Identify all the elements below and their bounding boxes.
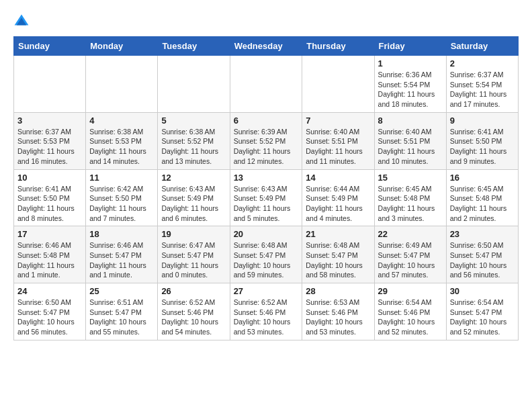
day-number: 26 xyxy=(161,286,226,296)
day-info: Sunrise: 6:53 AMSunset: 5:46 PMDaylight:… xyxy=(306,298,370,337)
day-number: 6 xyxy=(234,116,299,126)
day-number: 21 xyxy=(306,229,370,239)
day-info: Sunrise: 6:37 AMSunset: 5:54 PMDaylight:… xyxy=(450,70,515,109)
day-number: 18 xyxy=(89,229,154,239)
day-info: Sunrise: 6:41 AMSunset: 5:50 PMDaylight:… xyxy=(450,127,515,167)
calendar-cell: 7Sunrise: 6:40 AMSunset: 5:51 PMDaylight… xyxy=(302,112,374,169)
day-info: Sunrise: 6:44 AMSunset: 5:49 PMDaylight:… xyxy=(306,184,370,224)
day-number: 23 xyxy=(450,229,515,239)
week-row-2: 3Sunrise: 6:37 AMSunset: 5:53 PMDaylight… xyxy=(14,112,519,169)
day-number: 11 xyxy=(89,173,154,183)
day-number: 22 xyxy=(378,229,443,239)
day-header-tuesday: Tuesday xyxy=(158,37,230,56)
calendar-cell: 24Sunrise: 6:50 AMSunset: 5:47 PMDayligh… xyxy=(14,283,86,340)
calendar-cell: 28Sunrise: 6:53 AMSunset: 5:46 PMDayligh… xyxy=(302,283,374,340)
week-row-4: 17Sunrise: 6:46 AMSunset: 5:48 PMDayligh… xyxy=(14,226,519,283)
logo xyxy=(13,13,32,30)
calendar-cell: 25Sunrise: 6:51 AMSunset: 5:47 PMDayligh… xyxy=(86,283,158,340)
calendar-cell: 2Sunrise: 6:37 AMSunset: 5:54 PMDaylight… xyxy=(446,56,518,113)
day-info: Sunrise: 6:54 AMSunset: 5:47 PMDaylight:… xyxy=(450,298,515,337)
calendar-cell: 14Sunrise: 6:44 AMSunset: 5:49 PMDayligh… xyxy=(302,169,374,226)
calendar-cell xyxy=(86,56,158,113)
day-info: Sunrise: 6:38 AMSunset: 5:53 PMDaylight:… xyxy=(89,127,154,167)
calendar-cell: 22Sunrise: 6:49 AMSunset: 5:47 PMDayligh… xyxy=(374,226,446,283)
calendar-cell xyxy=(158,56,230,113)
day-info: Sunrise: 6:52 AMSunset: 5:46 PMDaylight:… xyxy=(234,298,299,337)
day-info: Sunrise: 6:51 AMSunset: 5:47 PMDaylight:… xyxy=(89,298,154,337)
day-number: 10 xyxy=(17,173,82,183)
day-number: 9 xyxy=(450,116,515,126)
calendar-cell: 30Sunrise: 6:54 AMSunset: 5:47 PMDayligh… xyxy=(446,283,518,340)
day-info: Sunrise: 6:39 AMSunset: 5:52 PMDaylight:… xyxy=(234,127,299,167)
day-number: 4 xyxy=(89,116,154,126)
day-header-saturday: Saturday xyxy=(446,37,518,56)
calendar-cell: 12Sunrise: 6:43 AMSunset: 5:49 PMDayligh… xyxy=(158,169,230,226)
day-info: Sunrise: 6:45 AMSunset: 5:48 PMDaylight:… xyxy=(450,184,515,224)
day-number: 15 xyxy=(378,173,443,183)
calendar-cell: 8Sunrise: 6:40 AMSunset: 5:51 PMDaylight… xyxy=(374,112,446,169)
calendar: SundayMondayTuesdayWednesdayThursdayFrid… xyxy=(13,36,519,340)
header xyxy=(13,13,519,30)
day-info: Sunrise: 6:43 AMSunset: 5:49 PMDaylight:… xyxy=(234,184,299,224)
calendar-cell: 10Sunrise: 6:41 AMSunset: 5:50 PMDayligh… xyxy=(14,169,86,226)
day-info: Sunrise: 6:42 AMSunset: 5:50 PMDaylight:… xyxy=(89,184,154,224)
day-number: 12 xyxy=(161,173,226,183)
calendar-cell: 26Sunrise: 6:52 AMSunset: 5:46 PMDayligh… xyxy=(158,283,230,340)
day-number: 30 xyxy=(450,286,515,296)
day-number: 24 xyxy=(17,286,82,296)
day-number: 20 xyxy=(234,229,299,239)
day-info: Sunrise: 6:43 AMSunset: 5:49 PMDaylight:… xyxy=(161,184,226,224)
week-row-1: 1Sunrise: 6:36 AMSunset: 5:54 PMDaylight… xyxy=(14,56,519,113)
day-number: 5 xyxy=(161,116,226,126)
day-info: Sunrise: 6:40 AMSunset: 5:51 PMDaylight:… xyxy=(306,127,370,167)
week-row-3: 10Sunrise: 6:41 AMSunset: 5:50 PMDayligh… xyxy=(14,169,519,226)
calendar-cell: 16Sunrise: 6:45 AMSunset: 5:48 PMDayligh… xyxy=(446,169,518,226)
day-number: 1 xyxy=(378,58,443,68)
day-number: 13 xyxy=(234,173,299,183)
day-info: Sunrise: 6:52 AMSunset: 5:46 PMDaylight:… xyxy=(161,298,226,337)
week-row-5: 24Sunrise: 6:50 AMSunset: 5:47 PMDayligh… xyxy=(14,283,519,340)
day-number: 3 xyxy=(17,116,82,126)
day-info: Sunrise: 6:36 AMSunset: 5:54 PMDaylight:… xyxy=(378,70,443,109)
day-info: Sunrise: 6:48 AMSunset: 5:47 PMDaylight:… xyxy=(234,240,299,280)
day-number: 29 xyxy=(378,286,443,296)
day-number: 14 xyxy=(306,173,370,183)
day-number: 25 xyxy=(89,286,154,296)
day-header-friday: Friday xyxy=(374,37,446,56)
calendar-cell: 18Sunrise: 6:46 AMSunset: 5:47 PMDayligh… xyxy=(86,226,158,283)
calendar-cell: 6Sunrise: 6:39 AMSunset: 5:52 PMDaylight… xyxy=(230,112,302,169)
day-number: 19 xyxy=(161,229,226,239)
calendar-cell: 13Sunrise: 6:43 AMSunset: 5:49 PMDayligh… xyxy=(230,169,302,226)
day-info: Sunrise: 6:47 AMSunset: 5:47 PMDaylight:… xyxy=(161,240,226,280)
day-info: Sunrise: 6:49 AMSunset: 5:47 PMDaylight:… xyxy=(378,240,443,280)
day-info: Sunrise: 6:48 AMSunset: 5:47 PMDaylight:… xyxy=(306,240,370,280)
day-number: 27 xyxy=(234,286,299,296)
calendar-cell: 27Sunrise: 6:52 AMSunset: 5:46 PMDayligh… xyxy=(230,283,302,340)
calendar-cell: 11Sunrise: 6:42 AMSunset: 5:50 PMDayligh… xyxy=(86,169,158,226)
calendar-cell: 9Sunrise: 6:41 AMSunset: 5:50 PMDaylight… xyxy=(446,112,518,169)
day-info: Sunrise: 6:54 AMSunset: 5:46 PMDaylight:… xyxy=(378,298,443,337)
day-info: Sunrise: 6:50 AMSunset: 5:47 PMDaylight:… xyxy=(17,298,82,337)
day-info: Sunrise: 6:46 AMSunset: 5:47 PMDaylight:… xyxy=(89,240,154,280)
calendar-cell xyxy=(230,56,302,113)
day-info: Sunrise: 6:45 AMSunset: 5:48 PMDaylight:… xyxy=(378,184,443,224)
calendar-cell: 4Sunrise: 6:38 AMSunset: 5:53 PMDaylight… xyxy=(86,112,158,169)
calendar-cell: 5Sunrise: 6:38 AMSunset: 5:52 PMDaylight… xyxy=(158,112,230,169)
day-number: 17 xyxy=(17,229,82,239)
day-info: Sunrise: 6:40 AMSunset: 5:51 PMDaylight:… xyxy=(378,127,443,167)
calendar-cell: 20Sunrise: 6:48 AMSunset: 5:47 PMDayligh… xyxy=(230,226,302,283)
logo-icon xyxy=(13,13,30,30)
calendar-header-row: SundayMondayTuesdayWednesdayThursdayFrid… xyxy=(14,37,519,56)
day-number: 7 xyxy=(306,116,370,126)
calendar-cell: 21Sunrise: 6:48 AMSunset: 5:47 PMDayligh… xyxy=(302,226,374,283)
day-header-wednesday: Wednesday xyxy=(230,37,302,56)
day-header-monday: Monday xyxy=(86,37,158,56)
day-number: 16 xyxy=(450,173,515,183)
day-info: Sunrise: 6:50 AMSunset: 5:47 PMDaylight:… xyxy=(450,240,515,280)
calendar-cell: 19Sunrise: 6:47 AMSunset: 5:47 PMDayligh… xyxy=(158,226,230,283)
day-number: 8 xyxy=(378,116,443,126)
day-number: 28 xyxy=(306,286,370,296)
calendar-cell xyxy=(302,56,374,113)
day-info: Sunrise: 6:46 AMSunset: 5:48 PMDaylight:… xyxy=(17,240,82,280)
calendar-cell xyxy=(14,56,86,113)
